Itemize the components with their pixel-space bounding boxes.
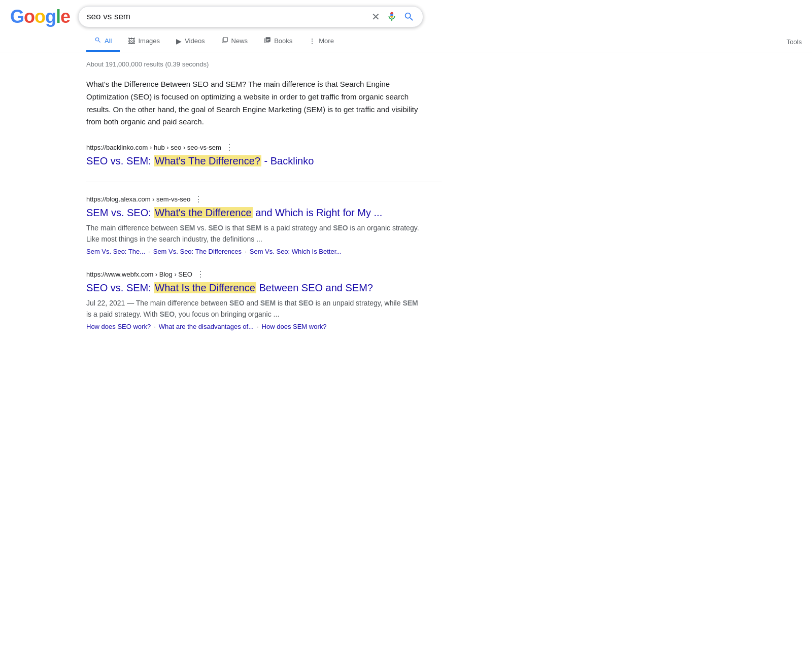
result-3-url: https://www.webfx.com › Blog › SEO ⋮ — [86, 269, 421, 279]
result-2-url-text: https://blog.alexa.com › sem-vs-seo — [86, 195, 190, 203]
search-result-3: https://www.webfx.com › Blog › SEO ⋮ SEO… — [86, 269, 421, 330]
result-2-sitelink-3[interactable]: Sem Vs. Seo: Which Is Better... — [250, 248, 342, 255]
tools-button[interactable]: Tools — [776, 33, 812, 51]
sitelink-sep-4: · — [257, 323, 259, 330]
results-count: About 191,000,000 results (0.39 seconds) — [86, 60, 442, 68]
more-tab-icon: ⋮ — [309, 37, 316, 45]
result-1-title-highlight: What's The Difference? — [154, 155, 261, 166]
tab-books-label: Books — [274, 37, 292, 45]
google-logo[interactable]: Google — [10, 6, 70, 27]
featured-snippet: What's the Difference Between SEO and SE… — [86, 78, 421, 128]
result-2-options-button[interactable]: ⋮ — [194, 194, 202, 204]
sitelink-sep-2: · — [245, 248, 247, 255]
result-3-title-before: SEO vs. SEM: — [86, 282, 154, 293]
logo-letter-g: G — [10, 6, 24, 27]
search-icons: ✕ — [371, 11, 415, 23]
logo-letter-l: l — [56, 6, 60, 27]
search-input[interactable]: seo vs sem — [87, 12, 365, 22]
search-bar: seo vs sem ✕ — [78, 6, 423, 27]
search-result-1: https://backlinko.com › hub › seo › seo-… — [86, 143, 421, 167]
tab-videos-label: Videos — [185, 37, 205, 45]
sitelink-sep-3: · — [154, 323, 156, 330]
result-2-url: https://blog.alexa.com › sem-vs-seo ⋮ — [86, 194, 421, 204]
sitelink-sep-1: · — [148, 248, 150, 255]
result-2-title-highlight: What's the Difference — [154, 207, 252, 218]
tab-all[interactable]: All — [86, 31, 120, 52]
tab-videos[interactable]: ▶ Videos — [168, 32, 213, 52]
result-1-title-after: - Backlinko — [261, 155, 314, 166]
result-3-sitelinks: How does SEO work? · What are the disadv… — [86, 323, 421, 330]
tab-books[interactable]: Books — [256, 31, 300, 52]
tab-news[interactable]: News — [213, 31, 256, 52]
result-3-date: Jul 22, 2021 — — [86, 299, 136, 307]
result-2-title-after: and Which is Right for My ... — [253, 207, 383, 218]
search-submit-button[interactable] — [403, 11, 415, 22]
result-2-sitelink-2[interactable]: Sem Vs. Seo: The Differences — [153, 248, 242, 255]
search-submit-icon — [403, 11, 415, 22]
results-container: About 191,000,000 results (0.39 seconds)… — [86, 52, 442, 353]
videos-tab-icon: ▶ — [176, 37, 182, 45]
books-tab-icon — [264, 37, 271, 45]
tab-more[interactable]: ⋮ More — [300, 32, 342, 52]
nav-tabs: All 🖼 Images ▶ Videos News Books ⋮ More … — [0, 27, 812, 52]
result-divider-1 — [86, 182, 442, 182]
tab-all-label: All — [105, 37, 112, 45]
result-3-options-button[interactable]: ⋮ — [196, 269, 205, 279]
mic-icon — [386, 11, 397, 22]
tab-news-label: News — [231, 37, 248, 45]
logo-letter-o2: o — [35, 6, 45, 27]
logo-letter-g2: g — [45, 6, 56, 27]
logo-letter-e: e — [60, 6, 70, 27]
tab-images[interactable]: 🖼 Images — [120, 32, 168, 52]
news-tab-icon — [221, 37, 228, 45]
result-2-title-before: SEM vs. SEO: — [86, 207, 154, 218]
search-result-2: https://blog.alexa.com › sem-vs-seo ⋮ SE… — [86, 194, 421, 255]
result-3-title-after: Between SEO and SEM? — [256, 282, 373, 293]
result-3-title-highlight: What Is the Difference — [154, 282, 256, 293]
all-tab-icon — [94, 37, 101, 45]
result-2-title[interactable]: SEM vs. SEO: What's the Difference and W… — [86, 206, 421, 219]
result-1-url-text: https://backlinko.com › hub › seo › seo-… — [86, 144, 221, 151]
result-2-sitelink-1[interactable]: Sem Vs. Seo: The... — [86, 248, 145, 255]
images-tab-icon: 🖼 — [128, 37, 135, 45]
result-2-snippet: The main difference between SEM vs. SEO … — [86, 222, 421, 245]
tab-more-label: More — [319, 37, 334, 45]
logo-letter-o1: o — [24, 6, 35, 27]
header: Google seo vs sem ✕ — [0, 0, 812, 27]
voice-search-button[interactable] — [386, 11, 397, 22]
clear-icon: ✕ — [371, 11, 380, 23]
result-3-snippet: Jul 22, 2021 — The main difference betwe… — [86, 297, 421, 320]
result-3-sitelink-1[interactable]: How does SEO work? — [86, 323, 151, 330]
result-3-sitelink-2[interactable]: What are the disadvantages of... — [159, 323, 254, 330]
result-1-title-before: SEO vs. SEM: — [86, 155, 154, 166]
result-3-sitelink-3[interactable]: How does SEM work? — [262, 323, 327, 330]
result-1-options-button[interactable]: ⋮ — [225, 143, 233, 152]
tab-images-label: Images — [138, 37, 160, 45]
result-2-sitelinks: Sem Vs. Seo: The... · Sem Vs. Seo: The D… — [86, 248, 421, 255]
clear-button[interactable]: ✕ — [371, 11, 380, 23]
result-3-url-text: https://www.webfx.com › Blog › SEO — [86, 270, 192, 278]
result-1-url: https://backlinko.com › hub › seo › seo-… — [86, 143, 421, 152]
result-1-title[interactable]: SEO vs. SEM: What's The Difference? - Ba… — [86, 154, 421, 167]
result-3-title[interactable]: SEO vs. SEM: What Is the Difference Betw… — [86, 281, 421, 294]
